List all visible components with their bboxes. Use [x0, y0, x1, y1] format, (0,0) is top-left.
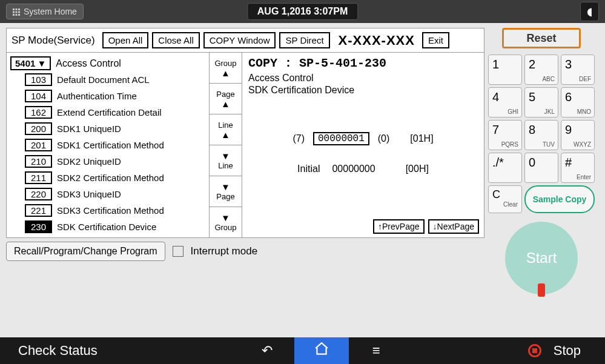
numeric-keypad: 12ABC3DEF4GHI5JKL6MNO7PQRS8TUV9WXYZ./*0#…	[488, 55, 595, 183]
sp-sub-label: SDK3 Certification Method	[57, 205, 164, 216]
home-button[interactable]	[294, 337, 349, 364]
down-triangle-icon: ▼	[221, 213, 230, 222]
keypad-key-7[interactable]: 7PQRS	[488, 120, 522, 150]
keypad-key-3[interactable]: 3DEF	[561, 55, 595, 85]
check-status-button[interactable]: Check Status	[0, 343, 116, 359]
keypad-key-4[interactable]: 4GHI	[488, 87, 522, 117]
svg-rect-4	[16, 12, 18, 13]
sp-sub-item[interactable]: 210SDK2 UniqueID	[8, 153, 208, 170]
sp-sub-code: 220	[25, 188, 52, 200]
close-all-button[interactable]: Close All	[152, 32, 199, 48]
sp-sub-code: 210	[25, 155, 52, 168]
sp-sub-code: 221	[25, 204, 52, 217]
keypad-key-9[interactable]: 9WXYZ	[561, 120, 595, 150]
sp-sub-label: Default Document ACL	[57, 74, 150, 85]
clear-button[interactable]: CClear	[488, 185, 522, 213]
group-up-button[interactable]: Group▲	[210, 53, 242, 84]
down-triangle-icon: ▼	[221, 151, 230, 160]
up-triangle-icon: ▲	[221, 68, 230, 78]
sample-copy-button[interactable]: Sample Copy	[524, 185, 595, 213]
copy-window-button[interactable]: COPY Window	[203, 32, 276, 48]
sp-sub-code: 200	[25, 122, 52, 135]
down-triangle-icon: ▼	[221, 182, 230, 191]
keypad-key-[interactable]: #Enter	[561, 153, 595, 183]
back-button[interactable]: ↶	[240, 337, 294, 364]
sp-panel: SP Mode(Service) Open All Close All COPY…	[6, 28, 484, 238]
initial-label: Initial	[297, 164, 320, 174]
sp-sub-code: 103	[25, 73, 52, 86]
sp-sub-item[interactable]: 211SDK2 Certification Method	[8, 170, 208, 186]
bits-left: (7)	[293, 133, 305, 144]
detail-copy-line: COPY : SP-5-401-230	[248, 56, 478, 70]
open-all-button[interactable]: Open All	[102, 32, 149, 48]
reset-button[interactable]: Reset	[502, 28, 581, 48]
up-triangle-icon: ▲	[221, 130, 230, 139]
start-indicator	[538, 283, 545, 297]
home-icon	[314, 341, 329, 360]
initial-hex: [00H]	[406, 164, 429, 174]
value-box[interactable]: 00000001	[313, 132, 369, 145]
sp-sub-item[interactable]: 220SDK3 UniqueID	[8, 186, 208, 202]
prev-page-button[interactable]: ↑PrevPage	[373, 219, 424, 234]
sp-direct-button[interactable]: SP Direct	[279, 32, 329, 48]
sp-sub-item[interactable]: 104Authentication Time	[8, 88, 208, 104]
group-down-button[interactable]: ▼Group	[210, 207, 242, 237]
sp-sub-item[interactable]: 200SDK1 UniqueID	[8, 121, 208, 137]
svg-rect-0	[13, 8, 15, 10]
keypad-key-0[interactable]: 0	[524, 153, 558, 183]
interrupt-label: Interrupt mode	[191, 245, 258, 257]
exit-button[interactable]: Exit	[422, 32, 449, 48]
sp-sub-item[interactable]: 103Default Document ACL	[8, 71, 208, 88]
system-home-label: System Home	[24, 7, 77, 16]
interrupt-checkbox[interactable]	[173, 246, 183, 257]
next-page-button[interactable]: ↓NextPage	[428, 219, 479, 234]
stop-icon[interactable]	[528, 344, 541, 357]
sp-sub-item[interactable]: 162Extend Certification Detail	[8, 104, 208, 121]
sp-sub-code: 201	[25, 139, 52, 151]
system-home-button[interactable]: System Home	[6, 4, 84, 19]
menu-button[interactable]: ≡	[349, 337, 403, 364]
line-up-button[interactable]: Line▲	[210, 114, 242, 145]
keypad-key-8[interactable]: 8TUV	[524, 120, 558, 150]
sp-sub-label: SDK1 UniqueID	[57, 124, 121, 134]
start-button[interactable]: Start	[505, 222, 578, 294]
sp-sub-label: Extend Certification Detail	[57, 107, 162, 117]
svg-rect-6	[13, 14, 15, 16]
sp-sub-label: SDK1 Certification Method	[57, 140, 164, 150]
svg-rect-8	[18, 14, 20, 16]
sp-sub-label: SDK2 Certification Method	[57, 173, 164, 183]
recall-program-button[interactable]: Recall/Program/Change Program	[6, 242, 165, 261]
svg-rect-3	[13, 12, 15, 13]
main-sp-item[interactable]: 5401 ▼ Access Control	[8, 55, 208, 71]
menu-icon: ≡	[372, 343, 380, 359]
sp-sub-code: 230	[25, 220, 52, 233]
keypad-key-6[interactable]: 6MNO	[561, 87, 595, 117]
dropdown-icon: ▼	[37, 58, 46, 68]
sp-header: SP Mode(Service) Open All Close All COPY…	[7, 28, 484, 53]
sp-sub-code: 104	[25, 90, 52, 102]
sp-sub-item[interactable]: 230SDK Certification Device	[8, 219, 208, 235]
page-up-button[interactable]: Page▲	[210, 84, 242, 114]
nav-column: Group▲ Page▲ Line▲ ▼Line ▼Page ▼Group	[210, 53, 242, 237]
line-down-button[interactable]: ▼Line	[210, 145, 242, 176]
sp-detail: COPY : SP-5-401-230 Access Control SDK C…	[242, 53, 484, 237]
grid-icon	[13, 8, 20, 15]
sp-sub-label: Authentication Time	[57, 91, 137, 101]
moon-icon: ◖	[587, 5, 592, 18]
keypad-key-[interactable]: ./*	[488, 153, 522, 183]
keypad-key-1[interactable]: 1	[488, 55, 522, 85]
sp-sub-item[interactable]: 221SDK3 Certification Method	[8, 202, 208, 219]
keypad-key-2[interactable]: 2ABC	[524, 55, 558, 85]
svg-rect-2	[18, 8, 20, 10]
bits-right: (0)	[378, 133, 390, 144]
sleep-button[interactable]: ◖	[580, 2, 599, 21]
detail-line-1: Access Control	[248, 73, 478, 84]
sp-sub-code: 162	[25, 106, 52, 119]
keypad-key-5[interactable]: 5JKL	[524, 87, 558, 117]
sp-sub-label: SDK2 UniqueID	[57, 156, 121, 167]
sp-sub-item[interactable]: 201SDK1 Certification Method	[8, 137, 208, 153]
page-down-button[interactable]: ▼Page	[210, 176, 242, 207]
sp-list: 5401 ▼ Access Control 103Default Documen…	[7, 53, 210, 237]
initial-value: 00000000	[332, 164, 375, 174]
stop-label[interactable]: Stop	[554, 343, 581, 359]
